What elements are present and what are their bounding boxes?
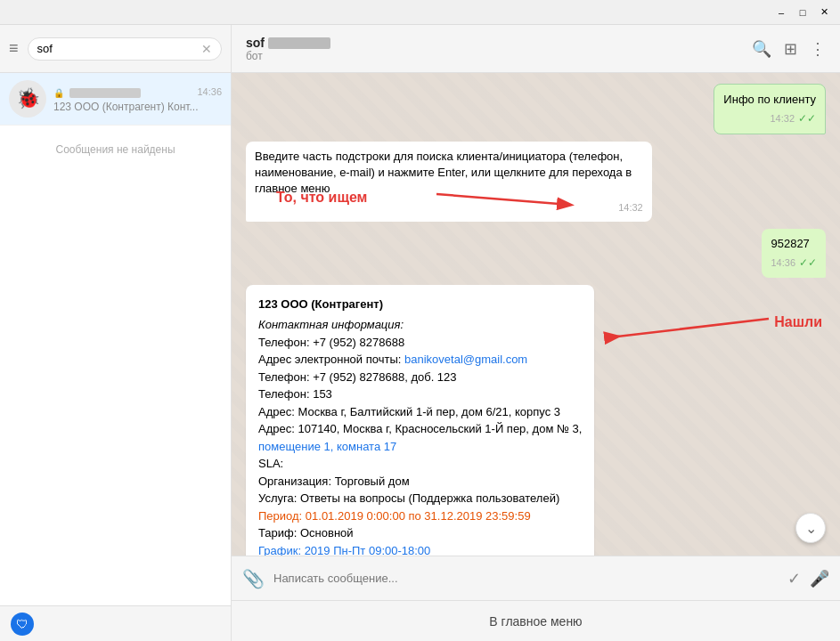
tariff1: Тариф: Основной [258,524,582,542]
send-icon[interactable]: ✓ [787,569,801,588]
sla-label: SLA: [258,455,582,473]
email-label: Адрес электронной почты: [258,353,401,366]
bubble-meta-3: 14:36 ✓✓ [771,256,817,271]
close-button[interactable]: ✕ [815,4,833,21]
address2-line2: помещение 1, комната 17 [258,438,582,456]
client-card: 123 ООО (Контрагент) Контактная информац… [246,285,594,556]
shield-icon: 🛡 [11,613,34,636]
search-input[interactable] [37,42,196,55]
titlebar: – □ ✕ [0,0,840,25]
chat-area: sof бот 🔍 ⊞ ⋮ Инфо по клиенту 14:32 ✓✓ [232,25,840,641]
chat-item-info: 🔒 14:36 123 ООО (Контрагент) Конт... [53,85,222,113]
chat-header-status: бот [246,50,752,62]
chat-item-top: 🔒 14:36 [53,85,222,99]
bubble-meta: 14:32 ✓✓ [723,111,816,126]
attach-icon[interactable]: 📎 [242,568,265,589]
search-box: ✕ [28,37,222,61]
bubble-meta-2: 14:32 [255,201,643,215]
chat-header-name: sof [246,36,752,50]
bot-prompt-text: Введите часть подстроки для поиска клиен… [255,150,632,195]
chat-header: sof бот 🔍 ⊞ ⋮ [232,25,840,73]
service1: Услуга: Ответы на вопросы (Поддержка пол… [258,490,582,507]
columns-icon[interactable]: ⊞ [784,39,797,59]
avatar-bug-icon: 🐞 [16,87,40,110]
chat-name-prefix: sof [246,36,265,50]
schedule1: График: 2019 Пн-Пт 09:00-18:00 [258,542,582,556]
info-btn-time: 14:32 [770,112,795,126]
contact-label: Контактная информация: [258,316,582,334]
minimize-button[interactable]: – [772,4,790,21]
sidebar-bottom: 🛡 [0,605,231,641]
chat-list: 🐞 🔒 14:36 123 ООО (Контрагент) Конт... С… [0,73,231,605]
message-search-query: 952827 14:36 ✓✓ [246,229,826,278]
input-area: 📎 ✓ 🎤 [232,556,840,600]
chat-item-name: 🔒 [53,85,141,99]
avatar: 🐞 [9,80,46,118]
titlebar-controls: – □ ✕ [772,4,833,21]
chat-header-actions: 🔍 ⊞ ⋮ [752,39,826,59]
org1: Организация: Торговый дом [258,473,582,491]
scroll-down-button[interactable]: ⌄ [795,513,826,543]
check-icon-2: ✓✓ [799,256,817,271]
search-query-bubble: 952827 14:36 ✓✓ [762,229,826,278]
search-chat-icon[interactable]: 🔍 [752,39,771,59]
app: ≡ ✕ 🐞 🔒 14:36 [0,25,840,641]
email-link[interactable]: banikovetal@gmail.com [404,353,527,366]
lock-icon: 🔒 [53,88,64,98]
message-card: 123 ООО (Контрагент) Контактная информац… [246,285,826,556]
phone2: Телефон: +7 (952) 8278688, доб. 123 [258,369,582,386]
period1: Период: 01.01.2019 0:00:00 по 31.12.2019… [258,507,582,525]
chat-name-blur [268,37,330,49]
bot-prompt-time: 14:32 [618,201,643,215]
sidebar: ≡ ✕ 🐞 🔒 14:36 [0,25,232,641]
bot-prompt-bubble: Введите часть подстроки для поиска клиен… [246,142,652,222]
check-icon: ✓✓ [798,111,816,126]
message-input[interactable] [273,572,779,585]
chat-item-name-blur [69,88,141,98]
menu-icon[interactable]: ⋮ [810,39,826,59]
address2-line1: Адрес: 107140, Москва г, Красносельский … [258,420,582,438]
chat-item[interactable]: 🐞 🔒 14:36 123 ООО (Контрагент) Конт... [0,73,231,126]
search-query-text: 952827 [771,237,809,250]
email-row: Адрес электронной почты: banikovetal@gma… [258,351,582,369]
hamburger-icon[interactable]: ≡ [9,39,19,58]
card-title: 123 ООО (Контрагент) [258,296,582,313]
sidebar-header: ≡ ✕ [0,25,231,73]
no-messages-label: Сообщения не найдены [0,126,231,174]
chat-item-preview: 123 ООО (Контрагент) Конт... [53,101,222,113]
chat-item-time: 14:36 [197,86,222,97]
chat-header-info: sof бот [246,36,752,62]
info-bubble: Инфо по клиенту 14:32 ✓✓ [714,84,826,134]
info-btn-text: Инфо по клиенту [723,93,816,106]
address1: Адрес: Москва г, Балтийский 1-й пер, дом… [258,403,582,421]
bottom-menu: В главное меню [232,600,840,641]
mic-icon[interactable]: 🎤 [810,569,829,588]
clear-icon[interactable]: ✕ [201,42,212,56]
search-query-time: 14:36 [771,256,795,270]
message-info-btn: Инфо по клиенту 14:32 ✓✓ [246,84,826,134]
main-menu-button[interactable]: В главное меню [489,614,582,629]
phone1: Телефон: +7 (952) 8278688 [258,334,582,352]
maximize-button[interactable]: □ [794,4,811,21]
message-bot-prompt: Введите часть подстроки для поиска клиен… [246,142,826,222]
messages-area[interactable]: Инфо по клиенту 14:32 ✓✓ Введите часть п… [232,73,840,556]
phone3: Телефон: 153 [258,385,582,403]
